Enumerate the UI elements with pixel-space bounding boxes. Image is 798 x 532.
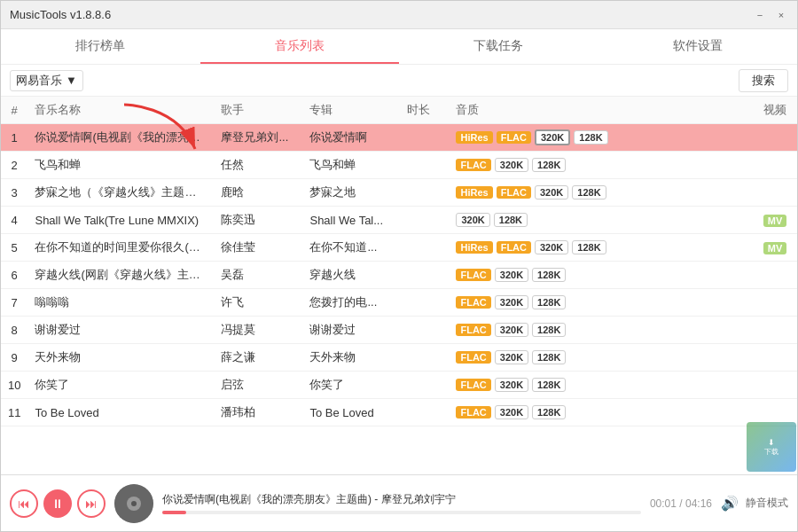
next-icon: ⏭ bbox=[85, 497, 98, 511]
badge-320k[interactable]: 320K bbox=[495, 323, 528, 337]
cell-title: 你说爱情啊(电视剧《我的漂亮朋... bbox=[27, 124, 214, 152]
badge-hires[interactable]: HiRes bbox=[456, 241, 492, 254]
table-row[interactable]: 4Shall We Talk(Tre Lune MMXIX)陈奕迅Shall W… bbox=[1, 207, 797, 234]
table-row[interactable]: 7嗡嗡嗡许飞您拨打的电...FLAC320K128K bbox=[1, 289, 797, 317]
badge-128k[interactable]: 128K bbox=[532, 268, 566, 282]
badge-128k[interactable]: 128K bbox=[532, 405, 566, 419]
tab-music-list[interactable]: 音乐列表 bbox=[200, 29, 400, 64]
table-row[interactable]: 2飞鸟和蝉任然飞鸟和蝉FLAC320K128K bbox=[1, 152, 797, 179]
badge-128k[interactable]: 128K bbox=[532, 378, 566, 392]
cell-album: 你笑了 bbox=[302, 372, 400, 399]
badge-128k[interactable]: 128K bbox=[574, 130, 607, 145]
app-window: MusicTools v1.8.8.6 − × 排行榜单 音乐列表 下载任务 软… bbox=[0, 0, 798, 532]
badge-320k[interactable]: 320K bbox=[495, 295, 528, 309]
badge-128k[interactable]: 128K bbox=[572, 185, 606, 200]
table-row[interactable]: 1你说爱情啊(电视剧《我的漂亮朋...摩登兄弟刘...你说爱情啊HiResFLA… bbox=[1, 124, 797, 152]
close-button[interactable]: × bbox=[774, 8, 788, 22]
download-watermark: ⬇ 下载 bbox=[747, 422, 796, 472]
badge-128k[interactable]: 128K bbox=[494, 213, 528, 227]
cell-num: 1 bbox=[1, 124, 27, 152]
badge-320k[interactable]: 320K bbox=[535, 185, 568, 200]
next-button[interactable]: ⏭ bbox=[77, 489, 106, 518]
badge-128k[interactable]: 128K bbox=[532, 350, 566, 364]
badge-320k[interactable]: 320K bbox=[495, 378, 528, 392]
badge-hires[interactable]: HiRes bbox=[456, 186, 492, 199]
badge-320k[interactable]: 320K bbox=[495, 158, 528, 172]
cell-title: 飞鸟和蝉 bbox=[27, 152, 214, 179]
progress-fill bbox=[162, 511, 186, 514]
badge-flac[interactable]: FLAC bbox=[456, 324, 490, 336]
table-row[interactable]: 10你笑了启弦你笑了FLAC320K128K bbox=[1, 372, 797, 399]
tab-download[interactable]: 下载任务 bbox=[399, 29, 598, 64]
badge-128k[interactable]: 128K bbox=[532, 295, 566, 309]
badge-320k[interactable]: 320K bbox=[495, 405, 528, 419]
badge-320k[interactable]: 320K bbox=[456, 213, 489, 227]
table-row[interactable]: 3梦寐之地（《穿越火线》主题歌）鹿晗梦寐之地HiResFLAC320K128K bbox=[1, 179, 797, 207]
source-label: 网易音乐 bbox=[16, 73, 62, 89]
cell-quality: FLAC320K128K bbox=[449, 372, 753, 399]
progress-bar[interactable] bbox=[162, 511, 641, 514]
cell-mv bbox=[753, 372, 797, 399]
cell-album: Shall We Tal... bbox=[302, 207, 400, 234]
cell-num: 8 bbox=[1, 317, 27, 344]
badge-320k[interactable]: 320K bbox=[495, 350, 528, 364]
prev-button[interactable]: ⏮ bbox=[10, 489, 38, 518]
svg-point-3 bbox=[131, 501, 137, 506]
cell-duration bbox=[400, 234, 449, 262]
cell-num: 2 bbox=[1, 152, 27, 179]
cell-mv bbox=[753, 317, 797, 344]
chevron-down-icon: ▼ bbox=[66, 74, 77, 87]
badge-flac[interactable]: FLAC bbox=[456, 296, 490, 309]
app-title: MusicTools v1.8.8.6 bbox=[10, 8, 111, 21]
cell-artist: 任然 bbox=[214, 152, 302, 179]
badge-flac[interactable]: FLAC bbox=[456, 269, 490, 281]
cell-album: 飞鸟和蝉 bbox=[302, 152, 400, 179]
table-row[interactable]: 8谢谢爱过冯提莫谢谢爱过FLAC320K128K bbox=[1, 317, 797, 344]
cell-album: 在你不知道... bbox=[302, 234, 400, 262]
cell-duration bbox=[400, 399, 449, 426]
album-art bbox=[114, 484, 153, 523]
table-row[interactable]: 6穿越火线(网剧《穿越火线》主题曲)吴磊穿越火线FLAC320K128K bbox=[1, 262, 797, 289]
tab-settings[interactable]: 软件设置 bbox=[598, 29, 798, 64]
toolbar: 网易音乐 ▼ 搜索 bbox=[1, 65, 797, 97]
table-row[interactable]: 9天外来物薛之谦天外来物FLAC320K128K bbox=[1, 344, 797, 372]
cell-album: 你说爱情啊 bbox=[302, 124, 400, 152]
cell-artist: 启弦 bbox=[214, 372, 302, 399]
badge-128k[interactable]: 128K bbox=[572, 240, 606, 254]
badge-flac[interactable]: FLAC bbox=[456, 379, 490, 391]
badge-flac[interactable]: FLAC bbox=[456, 351, 490, 364]
cell-quality: 320K128K bbox=[449, 207, 753, 234]
pause-button[interactable]: ⏸ bbox=[43, 489, 72, 518]
badge-320k[interactable]: 320K bbox=[495, 268, 528, 282]
cell-num: 3 bbox=[1, 179, 27, 207]
table-row[interactable]: 11To Be Loved潘玮柏To Be LovedFLAC320K128K bbox=[1, 399, 797, 426]
badge-128k[interactable]: 128K bbox=[532, 323, 566, 337]
cell-quality: FLAC320K128K bbox=[449, 344, 753, 372]
cell-num: 10 bbox=[1, 372, 27, 399]
volume-icon[interactable]: 🔊 bbox=[721, 495, 739, 512]
badge-flac[interactable]: FLAC bbox=[456, 159, 490, 171]
badge-flac[interactable]: FLAC bbox=[497, 131, 531, 144]
minimize-button[interactable]: − bbox=[753, 8, 767, 22]
cell-artist: 陈奕迅 bbox=[214, 207, 302, 234]
table-row[interactable]: 5在你不知道的时间里爱你很久(电...徐佳莹在你不知道...HiResFLAC3… bbox=[1, 234, 797, 262]
music-table: # 音乐名称 歌手 专辑 时长 音质 视频 1你说爱情啊(电视剧《我的漂亮朋..… bbox=[1, 97, 797, 426]
cell-num: 7 bbox=[1, 289, 27, 317]
badge-mv[interactable]: MV bbox=[763, 215, 787, 227]
search-button[interactable]: 搜索 bbox=[739, 69, 788, 92]
col-header-title: 音乐名称 bbox=[27, 97, 214, 124]
badge-flac[interactable]: FLAC bbox=[456, 406, 490, 419]
source-select[interactable]: 网易音乐 ▼ bbox=[10, 70, 83, 91]
badge-flac[interactable]: FLAC bbox=[497, 186, 531, 199]
cell-title: To Be Loved bbox=[27, 399, 214, 426]
silent-mode-label[interactable]: 静音模式 bbox=[746, 496, 788, 511]
badge-mv[interactable]: MV bbox=[763, 242, 787, 254]
tab-charts[interactable]: 排行榜单 bbox=[1, 29, 200, 64]
pause-icon: ⏸ bbox=[51, 497, 64, 511]
badge-320k[interactable]: 320K bbox=[535, 240, 568, 254]
badge-hires[interactable]: HiRes bbox=[456, 131, 492, 144]
badge-flac[interactable]: FLAC bbox=[497, 241, 531, 254]
badge-128k[interactable]: 128K bbox=[532, 158, 566, 172]
badge-320k[interactable]: 320K bbox=[535, 129, 570, 145]
cell-num: 9 bbox=[1, 344, 27, 372]
